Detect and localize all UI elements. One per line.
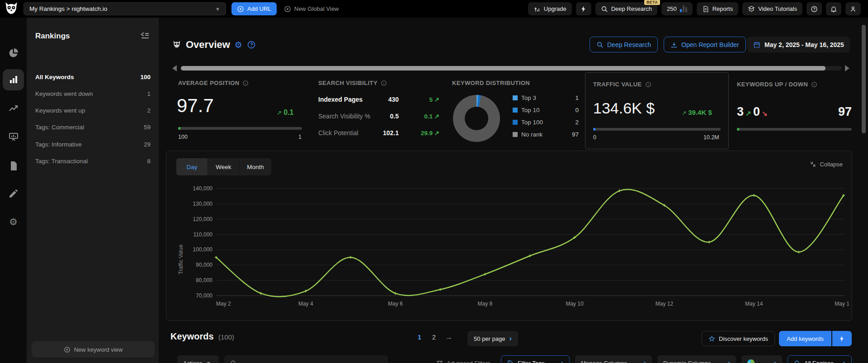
- date-range-picker[interactable]: May 2, 2025 - May 16, 2025: [747, 37, 850, 52]
- actions-dropdown[interactable]: Actions ▼: [177, 355, 219, 363]
- metric-name: Indexed Pages: [318, 96, 363, 103]
- chevron-right-icon: ›: [509, 335, 511, 343]
- info-icon[interactable]: [645, 81, 651, 88]
- video-tutorials-button[interactable]: Video Tutorials: [742, 2, 802, 15]
- topbar: My Rankings > nightwatch.io ▼ Add URL Ne…: [0, 0, 868, 18]
- collapse-button[interactable]: Collapse: [810, 161, 843, 168]
- user-icon: [849, 5, 857, 13]
- overview-owl-icon: [172, 40, 181, 49]
- sidebar-item-keywords-went-up[interactable]: Keywords went up 2: [35, 105, 151, 116]
- rankings-bar-chart-nav-icon[interactable]: [8, 74, 19, 85]
- sidebar-item-all-keywords[interactable]: All Keywords 100: [35, 71, 151, 82]
- project-selector[interactable]: My Rankings > nightwatch.io ▼: [24, 2, 226, 15]
- sidebar-item-label: Tags: Transactional: [35, 158, 88, 165]
- new-global-view-button[interactable]: New Global View: [278, 2, 344, 15]
- add-keywords-quick-button[interactable]: [832, 331, 852, 346]
- search-icon: [596, 41, 604, 48]
- vscroll-thumb[interactable]: [862, 25, 866, 133]
- tab-week[interactable]: Week: [208, 158, 240, 175]
- filter-tags-button[interactable]: Filter Tags ›: [501, 355, 570, 363]
- svg-text:May 4: May 4: [298, 301, 313, 307]
- sidebar-collapse-icon[interactable]: [140, 31, 151, 42]
- notifications-button[interactable]: [826, 2, 841, 15]
- per-page-selector[interactable]: 50 per page ›: [467, 331, 518, 346]
- sidebar-item-label: Tags: Informative: [35, 141, 82, 148]
- rankings-sidebar: Rankings All Keywords 100 Keywords went …: [27, 18, 159, 363]
- keyword-distribution-title: KEYWORD DISTRIBUTION: [452, 80, 530, 86]
- svg-text:May 6: May 6: [388, 301, 403, 307]
- info-icon[interactable]: [242, 80, 249, 86]
- tab-day[interactable]: Day: [176, 158, 208, 175]
- overview-help-icon[interactable]: [247, 40, 256, 49]
- svg-text:70,000: 70,000: [196, 292, 212, 299]
- add-keywords-button[interactable]: Add keywords: [779, 331, 831, 346]
- discover-keywords-label: Discover keywords: [719, 335, 768, 342]
- date-range-label: May 2, 2025 - May 16, 2025: [764, 41, 844, 48]
- chevron-right-icon: ›: [843, 359, 845, 363]
- upgrade-button[interactable]: Upgrade: [528, 2, 572, 15]
- credits-button[interactable]: 250: [661, 2, 693, 15]
- overview-pie-nav-icon[interactable]: [8, 47, 19, 58]
- page-2-button[interactable]: 2: [429, 334, 439, 341]
- all-engines-button[interactable]: All Engines ›: [788, 355, 852, 363]
- engine-selector-button[interactable]: ›: [741, 355, 782, 363]
- info-icon[interactable]: [811, 81, 817, 88]
- legend-count: 0: [575, 107, 579, 113]
- box-icon: [748, 5, 755, 13]
- trending-nav-icon[interactable]: [8, 103, 19, 114]
- hscroll-left-arrow[interactable]: [172, 65, 177, 71]
- presentation-nav-icon[interactable]: [8, 132, 19, 142]
- discover-keywords-button[interactable]: Discover keywords: [702, 331, 775, 346]
- quick-actions-button[interactable]: [576, 2, 591, 15]
- keyword-search-field[interactable]: [224, 355, 388, 363]
- chevron-down-icon: ▼: [206, 360, 211, 363]
- hscroll-thumb[interactable]: [181, 66, 826, 71]
- svg-text:130,000: 130,000: [193, 201, 213, 207]
- tab-month[interactable]: Month: [240, 158, 271, 175]
- next-page-icon[interactable]: →: [445, 333, 453, 342]
- trend-up-icon: ↗: [434, 130, 439, 137]
- search-icon: [601, 5, 608, 13]
- lightning-icon: [580, 5, 587, 13]
- manage-columns-button[interactable]: Manage Columns ›: [575, 355, 652, 363]
- sidebar-item-label: All Keywords: [35, 74, 74, 80]
- icon-rail: ⚙: [0, 18, 27, 363]
- reports-button[interactable]: Reports: [697, 2, 739, 15]
- settings-gear-nav-icon[interactable]: ⚙: [8, 217, 19, 227]
- new-keyword-view-button[interactable]: New keyword view: [32, 341, 155, 358]
- sidebar-item-tags-transactional[interactable]: Tags: Transactional 8: [35, 156, 151, 166]
- dynamic-columns-button[interactable]: Dynamic Columns ›: [657, 355, 736, 363]
- sidebar-item-tags-commercial[interactable]: Tags: Commercial 59: [35, 122, 151, 132]
- account-button[interactable]: [845, 2, 861, 15]
- new-global-view-label: New Global View: [294, 5, 339, 12]
- filter-tags-label: Filter Tags: [518, 360, 545, 363]
- click-potential-row: Click Potential 102.1 29.9 ↗: [318, 129, 439, 138]
- stat-title-text: AVERAGE POSITION: [178, 80, 239, 86]
- help-button[interactable]: [807, 2, 822, 15]
- keywords-no-change-count: 97: [827, 105, 852, 119]
- sidebar-item-keywords-went-down[interactable]: Keywords went down 1: [35, 88, 151, 99]
- keyword-search-input[interactable]: [241, 360, 376, 363]
- upgrade-icon: [533, 5, 541, 13]
- notes-pencil-nav-icon[interactable]: [8, 188, 19, 199]
- reports-nav-icon[interactable]: [8, 160, 19, 171]
- metric-name: Search Visibility %: [318, 113, 370, 120]
- collapse-icon: [810, 161, 816, 168]
- info-icon[interactable]: [381, 80, 387, 86]
- add-url-button[interactable]: Add URL: [231, 2, 277, 15]
- deep-research-button[interactable]: Deep Research: [590, 37, 658, 52]
- svg-text:100,000: 100,000: [193, 246, 213, 253]
- chevron-right-icon: ›: [728, 359, 730, 363]
- hscroll-right-arrow[interactable]: [845, 65, 849, 71]
- svg-text:120,000: 120,000: [193, 216, 213, 222]
- page-1-button[interactable]: 1: [414, 334, 425, 341]
- indexed-pages-row: Indexed Pages 430 5 ↗: [318, 96, 439, 105]
- sidebar-item-count: 1: [147, 90, 151, 97]
- deep-research-topbar-button[interactable]: Deep Research BETA: [595, 2, 657, 15]
- open-report-builder-button[interactable]: Open Report Builder: [664, 37, 746, 52]
- overview-settings-gear-icon[interactable]: ⚙: [235, 40, 242, 50]
- advanced-filters-button[interactable]: Advanced Filters: [430, 355, 496, 363]
- chevron-down-icon: ▼: [215, 6, 220, 12]
- sidebar-item-tags-informative[interactable]: Tags: Informative 29: [35, 139, 151, 150]
- metric-value: 430: [388, 96, 399, 103]
